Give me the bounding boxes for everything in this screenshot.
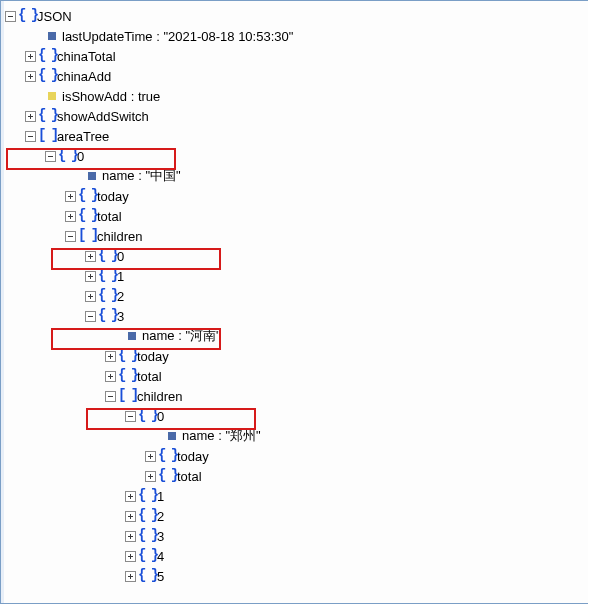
expand-icon[interactable] xyxy=(25,51,36,62)
node-label: lastUpdateTime : "2021-08-18 10:53:30" xyxy=(62,29,293,44)
expand-icon[interactable] xyxy=(125,551,136,562)
value-icon xyxy=(128,332,136,340)
node-label: name : "中国" xyxy=(102,167,181,185)
object-icon xyxy=(139,489,153,503)
expand-icon[interactable] xyxy=(65,211,76,222)
json-tree: JSON lastUpdateTime : "2021-08-18 10:53:… xyxy=(1,1,588,585)
tree-node[interactable]: 3 xyxy=(5,527,588,545)
node-label: children xyxy=(137,389,183,404)
tree-node-leaf[interactable]: name : "河南" xyxy=(5,327,588,345)
collapse-icon[interactable] xyxy=(105,391,116,402)
expand-icon[interactable] xyxy=(85,271,96,282)
node-label: showAddSwitch xyxy=(57,109,149,124)
object-icon xyxy=(39,49,53,63)
tree-node[interactable]: total xyxy=(5,467,588,485)
array-icon xyxy=(39,129,53,143)
tree-node[interactable]: 2 xyxy=(5,507,588,525)
tree-node[interactable]: chinaAdd xyxy=(5,67,588,85)
collapse-icon[interactable] xyxy=(25,131,36,142)
node-label: JSON xyxy=(37,9,72,24)
tree-node[interactable]: total xyxy=(5,367,588,385)
expand-icon[interactable] xyxy=(25,111,36,122)
node-label: 0 xyxy=(77,149,84,164)
collapse-icon[interactable] xyxy=(45,151,56,162)
tree-node[interactable]: today xyxy=(5,347,588,365)
tree-node[interactable]: total xyxy=(5,207,588,225)
gutter xyxy=(1,1,4,603)
object-icon xyxy=(79,189,93,203)
node-label: 3 xyxy=(157,529,164,544)
expand-icon[interactable] xyxy=(85,251,96,262)
object-icon xyxy=(39,109,53,123)
collapse-icon[interactable] xyxy=(5,11,16,22)
tree-node-children[interactable]: children xyxy=(5,227,588,245)
object-icon xyxy=(139,409,153,423)
collapse-icon[interactable] xyxy=(85,311,96,322)
collapse-icon[interactable] xyxy=(65,231,76,242)
tree-node[interactable]: 5 xyxy=(5,567,588,585)
value-icon xyxy=(88,172,96,180)
expand-icon[interactable] xyxy=(125,571,136,582)
node-label: areaTree xyxy=(57,129,109,144)
tree-node[interactable]: 0 xyxy=(5,147,588,165)
object-icon xyxy=(39,69,53,83)
expand-icon[interactable] xyxy=(145,471,156,482)
tree-node-leaf[interactable]: name : "郑州" xyxy=(5,427,588,445)
value-icon xyxy=(48,32,56,40)
object-icon xyxy=(119,369,133,383)
json-viewer-panel: JSON lastUpdateTime : "2021-08-18 10:53:… xyxy=(0,0,588,604)
tree-node[interactable]: 0 xyxy=(5,407,588,425)
tree-node-areaTree[interactable]: areaTree xyxy=(5,127,588,145)
node-label: today xyxy=(177,449,209,464)
object-icon xyxy=(159,449,173,463)
tree-node[interactable]: today xyxy=(5,447,588,465)
expand-icon[interactable] xyxy=(145,451,156,462)
object-icon xyxy=(119,349,133,363)
tree-node-root[interactable]: JSON xyxy=(5,7,588,25)
tree-node-leaf[interactable]: lastUpdateTime : "2021-08-18 10:53:30" xyxy=(5,27,588,45)
node-label: name : "郑州" xyxy=(182,427,261,445)
node-label: children xyxy=(97,229,143,244)
node-label: total xyxy=(177,469,202,484)
tree-node[interactable]: showAddSwitch xyxy=(5,107,588,125)
array-icon xyxy=(119,389,133,403)
node-label: total xyxy=(137,369,162,384)
object-icon xyxy=(99,269,113,283)
array-icon xyxy=(79,229,93,243)
expand-icon[interactable] xyxy=(25,71,36,82)
tree-node[interactable]: 1 xyxy=(5,267,588,285)
tree-node[interactable]: today xyxy=(5,187,588,205)
tree-node-leaf[interactable]: isShowAdd : true xyxy=(5,87,588,105)
node-label: isShowAdd : true xyxy=(62,89,160,104)
node-label: 4 xyxy=(157,549,164,564)
object-icon xyxy=(59,149,73,163)
expand-icon[interactable] xyxy=(125,491,136,502)
object-icon xyxy=(159,469,173,483)
tree-node[interactable]: 1 xyxy=(5,487,588,505)
expand-icon[interactable] xyxy=(85,291,96,302)
tree-node-children[interactable]: children xyxy=(5,387,588,405)
value-icon xyxy=(48,92,56,100)
expand-icon[interactable] xyxy=(105,351,116,362)
value-icon xyxy=(168,432,176,440)
node-label: chinaAdd xyxy=(57,69,111,84)
node-label: 0 xyxy=(157,409,164,424)
node-label: 1 xyxy=(157,489,164,504)
node-label: 3 xyxy=(117,309,124,324)
expand-icon[interactable] xyxy=(105,371,116,382)
object-icon xyxy=(99,289,113,303)
tree-node[interactable]: 4 xyxy=(5,547,588,565)
expand-icon[interactable] xyxy=(125,531,136,542)
tree-node[interactable]: 3 xyxy=(5,307,588,325)
expand-icon[interactable] xyxy=(65,191,76,202)
node-label: total xyxy=(97,209,122,224)
tree-node-leaf[interactable]: name : "中国" xyxy=(5,167,588,185)
tree-node[interactable]: 2 xyxy=(5,287,588,305)
collapse-icon[interactable] xyxy=(125,411,136,422)
expand-icon[interactable] xyxy=(125,511,136,522)
tree-node[interactable]: chinaTotal xyxy=(5,47,588,65)
node-label: 1 xyxy=(117,269,124,284)
node-label: chinaTotal xyxy=(57,49,116,64)
tree-node[interactable]: 0 xyxy=(5,247,588,265)
node-label: 2 xyxy=(117,289,124,304)
